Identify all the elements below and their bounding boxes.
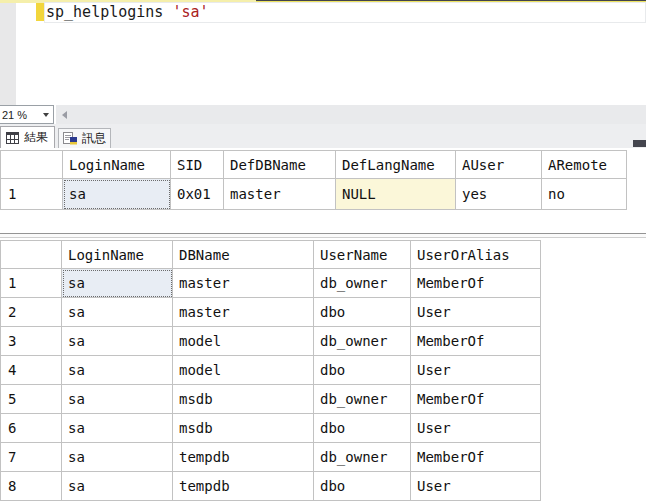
- results-tab-strip: 結果 訊息: [0, 124, 646, 148]
- results-grid-icon: [6, 132, 19, 144]
- grid-header-row: LoginNameDBNameUserNameUserOrAlias: [1, 241, 541, 269]
- sql-string-literal: 'sa': [172, 3, 208, 21]
- result-grid-2: LoginNameDBNameUserNameUserOrAlias 1sama…: [0, 240, 541, 501]
- column-header[interactable]: DBName: [173, 241, 314, 269]
- grid-cell[interactable]: sa: [62, 414, 173, 443]
- grid-cell[interactable]: 0x01: [171, 179, 224, 210]
- tab-results[interactable]: 結果: [0, 126, 55, 148]
- row-number[interactable]: 1: [1, 269, 62, 298]
- zoom-combobox[interactable]: 21 %: [0, 105, 54, 124]
- column-header[interactable]: DefLangName: [336, 151, 456, 179]
- grid-cell[interactable]: sa: [62, 298, 173, 327]
- grid-cell[interactable]: master: [173, 269, 314, 298]
- column-header[interactable]: DefDBName: [224, 151, 336, 179]
- grid-cell[interactable]: msdb: [173, 414, 314, 443]
- column-header[interactable]: LoginName: [63, 151, 171, 179]
- grid-cell[interactable]: MemberOf: [411, 269, 541, 298]
- chevron-down-icon[interactable]: [43, 113, 49, 117]
- grid-cell[interactable]: dbo: [314, 414, 411, 443]
- grid-cell[interactable]: User: [411, 472, 541, 501]
- grid-cell[interactable]: MemberOf: [411, 443, 541, 472]
- row-number[interactable]: 5: [1, 385, 62, 414]
- table-row: 7satempdbdb_ownerMemberOf: [1, 443, 541, 472]
- grid-cell[interactable]: dbo: [314, 356, 411, 385]
- grid-cell[interactable]: User: [411, 356, 541, 385]
- table-row: 1sa0x01masterNULLyesno: [1, 179, 627, 210]
- column-header[interactable]: UserName: [314, 241, 411, 269]
- table-row: 5samsdbdb_ownerMemberOf: [1, 385, 541, 414]
- grid-cell[interactable]: master: [224, 179, 336, 210]
- grid-cell[interactable]: tempdb: [173, 472, 314, 501]
- table-row: 2samasterdboUser: [1, 298, 541, 327]
- table-row: 4samodeldboUser: [1, 356, 541, 385]
- grid-cell[interactable]: tempdb: [173, 443, 314, 472]
- column-header[interactable]: UserOrAlias: [411, 241, 541, 269]
- grid-cell[interactable]: sa: [62, 327, 173, 356]
- grid-cell[interactable]: db_owner: [314, 443, 411, 472]
- row-number-header[interactable]: [1, 241, 62, 269]
- results-pane: LoginNameSIDDefDBNameDefLangNameAUserARe…: [0, 148, 646, 501]
- breakpoint-gutter[interactable]: [0, 3, 16, 105]
- ssms-window: sp_helplogins'sa' 21 % 結果: [0, 0, 646, 501]
- row-number-header[interactable]: [1, 151, 63, 179]
- scroll-left-icon[interactable]: [62, 111, 67, 119]
- track-changes-bar: [36, 3, 44, 21]
- table-row: 8satempdbdboUser: [1, 472, 541, 501]
- code-line[interactable]: sp_helplogins'sa': [46, 3, 209, 21]
- grid-cell[interactable]: MemberOf: [411, 327, 541, 356]
- column-header[interactable]: SID: [171, 151, 224, 179]
- grid-header-row: LoginNameSIDDefDBNameDefLangNameAUserARe…: [1, 151, 627, 179]
- grid-cell[interactable]: sa: [63, 179, 171, 210]
- row-number[interactable]: 7: [1, 443, 62, 472]
- grid-cell[interactable]: sa: [62, 472, 173, 501]
- grid-cell[interactable]: NULL: [336, 179, 456, 210]
- grid-cell[interactable]: sa: [62, 385, 173, 414]
- result-grid-1: LoginNameSIDDefDBNameDefLangNameAUserARe…: [0, 150, 627, 210]
- grid-cell[interactable]: model: [173, 327, 314, 356]
- row-number[interactable]: 6: [1, 414, 62, 443]
- grid-cell[interactable]: db_owner: [314, 269, 411, 298]
- grid-cell[interactable]: sa: [62, 356, 173, 385]
- grid-splitter[interactable]: [0, 233, 646, 238]
- column-header[interactable]: ARemote: [542, 151, 627, 179]
- column-header[interactable]: LoginName: [62, 241, 173, 269]
- zoom-value: 21 %: [2, 109, 27, 121]
- row-number[interactable]: 8: [1, 472, 62, 501]
- table-row: 6samsdbdboUser: [1, 414, 541, 443]
- grid-cell[interactable]: master: [173, 298, 314, 327]
- table-row: 1samasterdb_ownerMemberOf: [1, 269, 541, 298]
- table-row: 3samodeldb_ownerMemberOf: [1, 327, 541, 356]
- row-number[interactable]: 2: [1, 298, 62, 327]
- row-number[interactable]: 4: [1, 356, 62, 385]
- tab-results-label: 結果: [24, 129, 48, 146]
- grid-cell[interactable]: msdb: [173, 385, 314, 414]
- messages-icon: [63, 132, 77, 145]
- grid-cell[interactable]: no: [542, 179, 627, 210]
- column-header[interactable]: AUser: [456, 151, 542, 179]
- grid-cell[interactable]: db_owner: [314, 385, 411, 414]
- row-number[interactable]: 3: [1, 327, 62, 356]
- grid-cell[interactable]: MemberOf: [411, 385, 541, 414]
- grid-cell[interactable]: sa: [62, 269, 173, 298]
- sql-proc-name: sp_helplogins: [46, 3, 163, 21]
- tab-messages[interactable]: 訊息: [58, 128, 111, 148]
- row-number[interactable]: 1: [1, 179, 63, 210]
- grid-cell[interactable]: User: [411, 414, 541, 443]
- tab-messages-label: 訊息: [82, 130, 106, 147]
- grid-cell[interactable]: model: [173, 356, 314, 385]
- grid-cell[interactable]: yes: [456, 179, 542, 210]
- grid-cell[interactable]: dbo: [314, 298, 411, 327]
- grid-cell[interactable]: sa: [62, 443, 173, 472]
- grid-cell[interactable]: db_owner: [314, 327, 411, 356]
- splitter-grip[interactable]: [633, 140, 646, 147]
- grid-cell[interactable]: dbo: [314, 472, 411, 501]
- grid-cell[interactable]: User: [411, 298, 541, 327]
- horizontal-scrollbar[interactable]: [56, 105, 646, 124]
